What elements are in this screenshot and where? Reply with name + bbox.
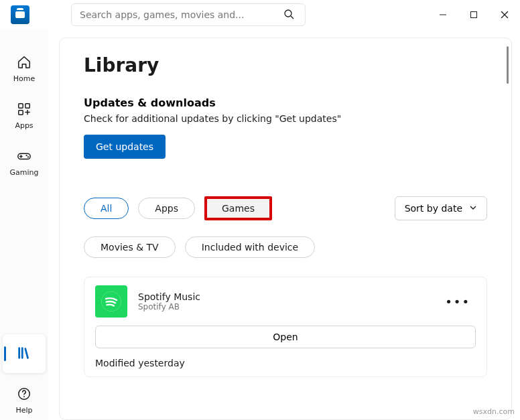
app-name: Spotify Music [138, 291, 429, 302]
svg-point-0 [285, 10, 291, 17]
page-title: Library [84, 54, 487, 76]
nav-apps[interactable]: Apps [3, 96, 46, 135]
nav-home-label: Home [13, 74, 35, 83]
filter-all[interactable]: All [84, 198, 129, 219]
library-icon [17, 346, 31, 362]
updates-heading: Updates & downloads [84, 96, 487, 109]
search-icon[interactable] [281, 6, 297, 24]
nav-help[interactable]: Help [3, 381, 46, 420]
nav-library[interactable]: Library [3, 334, 46, 373]
updates-subtext: Check for additional updates by clicking… [84, 113, 487, 124]
search-container [71, 3, 306, 26]
get-updates-button[interactable]: Get updates [84, 135, 166, 159]
nav-gaming[interactable]: Gaming [3, 143, 46, 182]
main-content: Library Updates & downloads Check for ad… [59, 38, 512, 420]
filter-included[interactable]: Included with device [185, 236, 315, 258]
gaming-icon [17, 149, 31, 165]
svg-line-1 [291, 16, 294, 19]
filter-apps[interactable]: Apps [138, 198, 195, 219]
home-icon [17, 55, 31, 72]
app-card: Spotify Music Spotify AB ••• Open Modifi… [84, 277, 487, 377]
filter-movies-tv[interactable]: Movies & TV [84, 236, 176, 258]
search-input[interactable] [80, 9, 281, 20]
svg-point-10 [26, 155, 27, 156]
apps-icon [17, 102, 31, 119]
sidebar: Home Apps Gaming Library Help [0, 29, 48, 420]
spotify-icon [95, 285, 127, 318]
nav-apps-label: Apps [15, 121, 33, 130]
help-icon [17, 387, 31, 403]
more-options-button[interactable]: ••• [440, 289, 476, 314]
filter-games[interactable]: Games [204, 196, 272, 220]
maximize-button[interactable] [458, 1, 489, 28]
app-modified: Modified yesterday [95, 358, 476, 368]
app-publisher: Spotify AB [138, 302, 429, 311]
svg-point-11 [27, 156, 29, 157]
svg-rect-3 [471, 12, 477, 18]
svg-rect-7 [25, 104, 29, 108]
minimize-button[interactable] [428, 1, 458, 28]
svg-rect-8 [19, 111, 23, 115]
nav-gaming-label: Gaming [10, 168, 39, 177]
open-app-button[interactable]: Open [95, 326, 476, 348]
scrollbar[interactable] [507, 46, 509, 84]
watermark: wsxdn.com [473, 407, 515, 416]
nav-help-label: Help [15, 406, 32, 415]
svg-rect-6 [19, 104, 23, 108]
store-logo-icon [11, 5, 29, 24]
sort-dropdown[interactable]: Sort by date [395, 196, 487, 220]
close-button[interactable] [489, 1, 520, 28]
chevron-down-icon [469, 203, 477, 214]
nav-home[interactable]: Home [3, 50, 46, 88]
sort-label: Sort by date [405, 203, 462, 214]
svg-point-13 [23, 396, 25, 397]
